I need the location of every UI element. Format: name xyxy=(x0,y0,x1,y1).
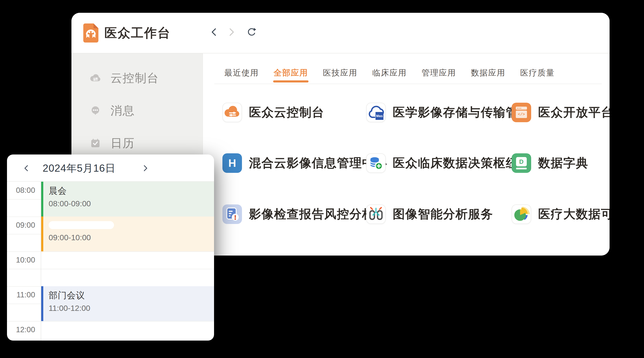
app-hybrid-cloud-center[interactable]: H 混合云影像信息管理中心 xyxy=(222,153,387,173)
gridline xyxy=(7,251,214,252)
active-tab-underline xyxy=(273,80,308,82)
cloud-console-icon xyxy=(222,103,242,122)
sidebar-item-label: 日历 xyxy=(110,136,135,151)
mas-cloud-icon: Mas xyxy=(366,103,386,122)
app-label: 数据字典 xyxy=(538,155,588,171)
app-clinical-data-hub[interactable]: 医众临床数据决策枢纽 xyxy=(366,153,518,173)
app-label: 医疗大数据可视化 xyxy=(538,206,610,222)
sidebar-item-cloud-console[interactable]: 云控制台 xyxy=(72,67,203,89)
event-time: 11:00-12:00 xyxy=(49,304,214,313)
time-label: 12:00 xyxy=(7,325,35,334)
calendar-check-icon xyxy=(90,137,101,149)
tab-management[interactable]: 管理应用 xyxy=(422,67,456,78)
event-title: 晨会 xyxy=(49,185,214,197)
tab-bar: 最近使用 全部应用 医技应用 临床应用 管理应用 数据应用 医疗质量 xyxy=(203,53,610,84)
app-label: 影像检查报告风控分析 xyxy=(249,206,374,222)
app-label: 医众临床数据决策枢纽 xyxy=(393,155,518,171)
calendar-grid: 08:00 09:00 10:00 11:00 12:00 晨会 08:00-0… xyxy=(7,182,214,341)
app-label: 医众开放平台 xyxy=(538,104,610,121)
calendar-event-department-meeting[interactable]: 部门会议 11:00-12:00 xyxy=(41,286,214,321)
open-platform-icon: </> xyxy=(512,103,531,122)
redacted-title-pill xyxy=(49,221,114,229)
app-logo-icon xyxy=(83,23,98,42)
pie-chart-icon xyxy=(512,204,531,224)
event-time: 08:00-09:00 xyxy=(49,199,214,208)
tab-data[interactable]: 数据应用 xyxy=(471,67,505,78)
app-data-dictionary[interactable]: D 数据字典 xyxy=(512,153,588,173)
sidebar-item-calendar[interactable]: 日历 xyxy=(72,132,203,154)
tab-all-apps[interactable]: 全部应用 xyxy=(274,67,308,78)
header-divider xyxy=(72,53,610,53)
calendar-next-button[interactable] xyxy=(140,163,150,173)
mas-badge: Mas xyxy=(376,112,384,120)
sidebar-item-messages[interactable]: 消息 xyxy=(72,100,203,121)
message-bubble-icon xyxy=(90,105,101,116)
event-time: 09:00-10:00 xyxy=(49,233,214,242)
app-image-ai-service[interactable]: 图像智能分析服务 xyxy=(366,204,493,224)
icon-letter: H xyxy=(222,153,242,173)
back-button[interactable] xyxy=(209,27,220,37)
window-header: 医众工作台 xyxy=(72,13,610,53)
sidebar-item-label: 云控制台 xyxy=(110,70,159,86)
time-label: 09:00 xyxy=(7,221,35,229)
calendar-date-title: 2024年5月16日 xyxy=(40,155,119,182)
icon-letter: D xyxy=(516,157,527,166)
app-open-platform[interactable]: </> 医众开放平台 xyxy=(512,103,610,122)
event-color-bar xyxy=(41,216,43,251)
app-cloud-console[interactable]: 医众云控制台 xyxy=(222,103,324,122)
cloud-settings-icon xyxy=(90,72,101,84)
tab-quality[interactable]: 医疗质量 xyxy=(520,67,555,78)
app-label: 医众云控制台 xyxy=(249,104,324,121)
calendar-header: 2024年5月16日 xyxy=(7,155,214,182)
event-title: 部门会议 xyxy=(49,289,214,301)
time-label: 10:00 xyxy=(7,256,35,264)
forward-button[interactable] xyxy=(226,27,236,37)
refresh-button[interactable] xyxy=(246,27,256,37)
gridline xyxy=(7,321,214,322)
code-glyph: </> xyxy=(516,111,527,118)
app-label: 医学影像存储与传输管理 xyxy=(393,104,531,121)
gridline xyxy=(7,269,214,269)
tab-clinical[interactable]: 临床应用 xyxy=(372,67,407,78)
page-title: 医众工作台 xyxy=(104,13,171,53)
calendar-panel: 2024年5月16日 08:00 09:00 10:00 11:00 12:00… xyxy=(7,155,214,341)
event-color-bar xyxy=(41,182,43,216)
hybrid-cloud-icon: H xyxy=(222,153,242,173)
time-label: 11:00 xyxy=(7,290,35,299)
app-image-storage[interactable]: Mas 医学影像存储与传输管理 xyxy=(366,103,531,122)
tab-label: 全部应用 xyxy=(274,68,308,77)
time-label: 08:00 xyxy=(7,186,35,195)
tab-recent[interactable]: 最近使用 xyxy=(224,67,259,78)
calendar-event-morning-meeting[interactable]: 晨会 08:00-09:00 xyxy=(41,182,214,216)
tab-medtech[interactable]: 医技应用 xyxy=(323,67,357,78)
report-risk-icon xyxy=(222,204,242,224)
sidebar-item-label: 消息 xyxy=(110,103,135,119)
app-label: 图像智能分析服务 xyxy=(393,206,493,222)
lungs-ai-icon xyxy=(366,204,386,224)
app-report-risk-analysis[interactable]: 影像检查报告风控分析 xyxy=(222,204,374,224)
event-color-bar xyxy=(41,286,43,321)
data-dictionary-icon: D xyxy=(512,153,531,173)
calendar-prev-button[interactable] xyxy=(22,163,32,173)
calendar-event-redacted[interactable]: 09:00-10:00 xyxy=(41,216,214,251)
clinical-data-hub-icon xyxy=(366,153,386,173)
app-big-data-visualization[interactable]: 医疗大数据可视化 xyxy=(512,204,610,224)
content-area: 最近使用 全部应用 医技应用 临床应用 管理应用 数据应用 医疗质量 xyxy=(203,53,610,256)
tab-divider xyxy=(214,84,602,84)
